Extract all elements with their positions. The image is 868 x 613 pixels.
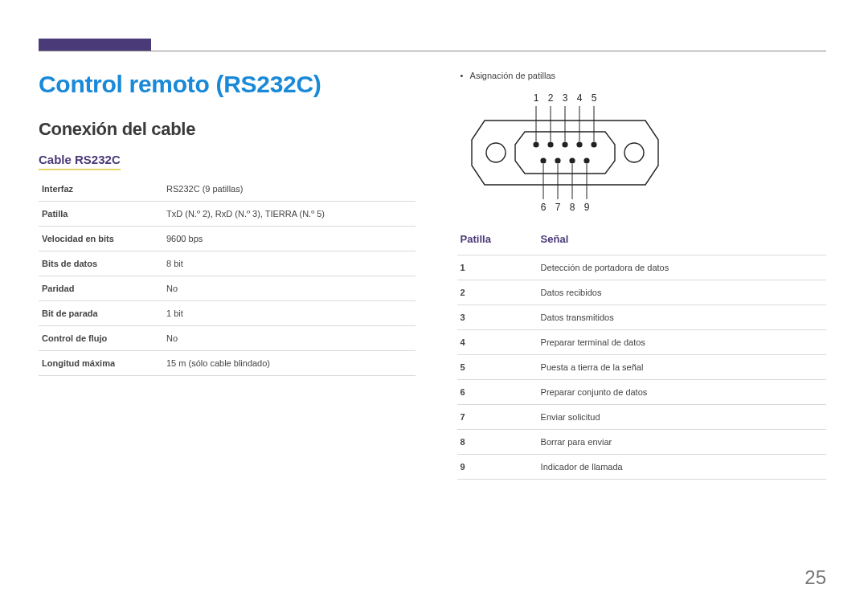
pin-number: 2: [457, 280, 538, 305]
table-row: PatillaTxD (N.º 2), RxD (N.º 3), TIERRA …: [39, 201, 416, 226]
subsection-heading: Cable RS232C: [39, 153, 416, 170]
spec-value: 1 bit: [163, 300, 416, 325]
pin-label-top-1: 1: [533, 92, 538, 104]
svg-point-1: [624, 143, 644, 162]
pin-number: 8: [457, 430, 538, 455]
pin-signal: Preparar conjunto de datos: [538, 380, 826, 405]
table-row: 2Datos recibidos: [457, 280, 826, 305]
spec-key: Bit de parada: [39, 300, 163, 325]
left-column: Control remoto (RS232C) Conexión del cab…: [39, 71, 416, 480]
page-content: Control remoto (RS232C) Conexión del cab…: [39, 71, 826, 480]
page-title: Control remoto (RS232C): [39, 71, 416, 98]
right-column: •Asignación de patillas: [457, 71, 826, 480]
pin-number: 5: [457, 355, 538, 380]
db9-connector-diagram: 1 2 3 4 5 6 7 8 9: [462, 88, 668, 217]
spec-value: 8 bit: [163, 251, 416, 276]
pin-number: 1: [457, 255, 538, 280]
bullet-icon: •: [461, 71, 470, 80]
table-row: 5Puesta a tierra de la señal: [457, 355, 826, 380]
table-row: InterfazRS232C (9 patillas): [39, 177, 416, 202]
spec-key: Interfaz: [39, 177, 163, 202]
spec-key: Paridad: [39, 276, 163, 300]
pin-signal: Datos recibidos: [538, 280, 826, 305]
table-row: 8Borrar para enviar: [457, 430, 826, 455]
table-row: 9Indicador de llamada: [457, 455, 826, 480]
svg-point-8: [555, 157, 560, 163]
spec-value: RS232C (9 patillas): [163, 177, 416, 202]
spec-key: Velocidad en bits: [39, 226, 163, 251]
spec-key: Patilla: [39, 201, 163, 226]
pin-number: 9: [457, 455, 538, 480]
table-row: Longitud máxima15 m (sólo cable blindado…: [39, 350, 416, 375]
svg-point-5: [576, 141, 582, 147]
pin-label-top-2: 2: [547, 92, 553, 104]
pin-signal: Preparar terminal de datos: [538, 330, 826, 355]
section-heading: Conexión del cable: [39, 119, 416, 140]
pin-label-bottom-9: 9: [583, 202, 589, 213]
pin-number: 6: [457, 380, 538, 405]
pin-signal: Detección de portadora de datos: [538, 255, 826, 280]
table-row: Bits de datos8 bit: [39, 251, 416, 276]
svg-point-4: [562, 141, 567, 147]
svg-point-7: [540, 157, 546, 163]
spec-key: Longitud máxima: [39, 350, 163, 375]
assignment-label: Asignación de patillas: [470, 71, 555, 80]
subsection-label: Cable RS232C: [39, 153, 121, 170]
svg-point-10: [583, 157, 589, 163]
pin-number: 4: [457, 330, 538, 355]
table-row: Bit de parada1 bit: [39, 300, 416, 325]
pin-label-bottom-8: 8: [569, 202, 575, 213]
pin-signal-table: Patilla Señal 1Detección de portadora de…: [457, 225, 826, 480]
spec-table: InterfazRS232C (9 patillas)PatillaTxD (N…: [39, 177, 416, 376]
spec-key: Control de flujo: [39, 325, 163, 350]
chapter-tab: [39, 39, 151, 51]
table-row: 4Preparar terminal de datos: [457, 330, 826, 355]
svg-point-9: [569, 157, 575, 163]
spec-value: TxD (N.º 2), RxD (N.º 3), TIERRA (N.º 5): [163, 201, 416, 226]
spec-value: No: [163, 276, 416, 300]
pin-number: 3: [457, 305, 538, 330]
assignment-bullet: •Asignación de patillas: [457, 71, 826, 80]
pin-signal: Enviar solicitud: [538, 405, 826, 430]
top-rule: [39, 51, 826, 51]
pin-label-bottom-6: 6: [540, 202, 546, 213]
pin-signal: Puesta a tierra de la señal: [538, 355, 826, 380]
table-row: Velocidad en bits9600 bps: [39, 226, 416, 251]
pin-signal: Datos transmitidos: [538, 305, 826, 330]
pin-label-top-4: 4: [576, 92, 582, 104]
spec-key: Bits de datos: [39, 251, 163, 276]
pin-number: 7: [457, 405, 538, 430]
pin-header-col1: Patilla: [457, 225, 538, 255]
svg-point-0: [486, 143, 506, 162]
spec-value: No: [163, 325, 416, 350]
table-row: ParidadNo: [39, 276, 416, 300]
table-row: 3Datos transmitidos: [457, 305, 826, 330]
svg-point-2: [533, 141, 538, 147]
pin-signal: Indicador de llamada: [538, 455, 826, 480]
svg-point-3: [547, 141, 553, 147]
table-row: 6Preparar conjunto de datos: [457, 380, 826, 405]
table-row: 7Enviar solicitud: [457, 405, 826, 430]
table-row: 1Detección de portadora de datos: [457, 255, 826, 280]
table-row: Control de flujoNo: [39, 325, 416, 350]
pin-label-top-3: 3: [562, 92, 567, 104]
svg-point-6: [591, 141, 596, 147]
pin-label-top-5: 5: [591, 92, 596, 104]
spec-value: 9600 bps: [163, 226, 416, 251]
pin-label-bottom-7: 7: [555, 202, 560, 213]
page-number: 25: [805, 566, 826, 589]
pin-header-col2: Señal: [538, 225, 826, 255]
spec-value: 15 m (sólo cable blindado): [163, 350, 416, 375]
pin-signal: Borrar para enviar: [538, 430, 826, 455]
